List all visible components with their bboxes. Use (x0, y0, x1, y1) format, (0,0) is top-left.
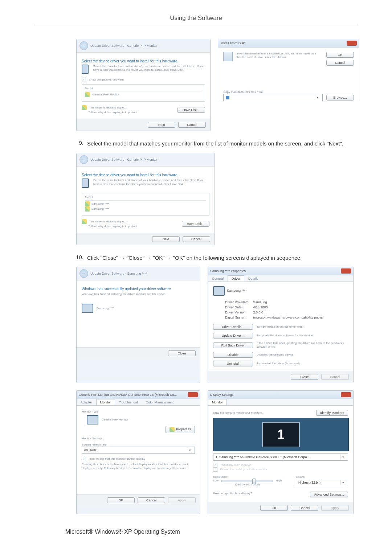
disable-text: Disables the selected device. (257, 353, 348, 357)
shield-icon (85, 206, 90, 212)
wizard-crumb: Update Driver Software - Samsung **** (90, 272, 147, 275)
show-compat-checkbox[interactable]: ✓ (82, 78, 86, 82)
browse-button[interactable]: Browse... (326, 95, 354, 100)
signing-link[interactable]: Tell me why driver signing is important (88, 225, 137, 228)
dialog-hint: Insert the manufacturer's installation d… (236, 52, 320, 66)
properties-button[interactable]: Properties (166, 426, 195, 433)
floppy-icon (223, 52, 233, 61)
chevron-down-icon: ▾ (315, 95, 320, 100)
refresh-label: Screen refresh rate: (82, 443, 195, 447)
tab-driver[interactable]: Driver (228, 275, 244, 282)
identify-monitors-button[interactable]: Identify Monitors (316, 410, 348, 416)
main-monitor-label: This is my main monitor (220, 463, 251, 467)
signed-text: This driver is digitally signed. (89, 106, 126, 109)
update-driver-text: To update the driver software for this d… (257, 334, 348, 337)
color-depth-select[interactable]: Highest (32 bit) ▾ (296, 479, 348, 486)
cancel-button[interactable]: Cancel (178, 122, 206, 128)
driver-info-table: Driver Provider:Samsung Driver Date:4/14… (224, 299, 324, 320)
resolution-value: 1280 by 1024 pixels (213, 483, 282, 487)
refresh-rate-select[interactable]: 60 Hertz ▾ (82, 447, 195, 454)
back-icon[interactable]: ← (79, 41, 88, 50)
rollback-driver-button[interactable]: Roll Back Driver (213, 342, 253, 348)
section-monitor-type: Monitor Type (82, 410, 195, 414)
shield-icon (85, 92, 90, 97)
wizard-header: Select the device driver you want to ins… (82, 173, 209, 177)
step-number: 9. (69, 140, 87, 148)
cancel-button[interactable]: Cancel (291, 505, 318, 511)
rollback-driver-text: If the device fails after updating the d… (257, 341, 348, 349)
monitor-preview[interactable]: 1 (213, 418, 349, 451)
dialog-title: Install From Disk (220, 41, 245, 45)
have-disk-button[interactable]: Have Disk... (177, 107, 205, 113)
extend-desktop-label: Extend the desktop onto this monitor (220, 468, 268, 471)
step-text: Select the model that matches your monit… (87, 140, 343, 148)
close-button[interactable]: Close (291, 374, 318, 380)
tab-details[interactable]: Details (244, 275, 262, 282)
monitor-1-icon[interactable]: 1 (262, 422, 300, 447)
shield-icon (170, 427, 175, 432)
signing-link[interactable]: Tell me why driver signing is important (88, 111, 137, 114)
uninstall-button[interactable]: Uninstall (213, 361, 253, 366)
driver-details-button[interactable]: Driver Details... (213, 324, 253, 330)
cancel-button[interactable]: Cancel (183, 236, 210, 242)
close-icon[interactable] (347, 41, 357, 46)
wizard-hint: Select the manufacturer and model of you… (93, 178, 209, 188)
wizard-hint: Windows has finished installing the driv… (82, 292, 195, 296)
ok-button[interactable]: OK (260, 505, 288, 511)
update-driver-button[interactable]: Update Driver... (213, 333, 253, 338)
best-display-link[interactable]: How do I get the best display? (213, 492, 252, 497)
disable-button[interactable]: Disable (213, 352, 253, 358)
cancel-button[interactable]: Cancel (138, 497, 165, 503)
advanced-settings-button[interactable]: Advanced Settings... (310, 492, 348, 497)
close-icon[interactable] (188, 392, 198, 397)
monitor-icon (213, 286, 225, 296)
uninstall-text: To uninstall the driver (Advanced). (257, 362, 348, 365)
slider-high: High (276, 479, 282, 483)
step-text: Click "Close" → "Close" → "OK" → "OK" on… (87, 254, 302, 262)
colors-label: Colors: (296, 475, 348, 479)
wizard-header: Windows has successfully updated your dr… (82, 287, 195, 291)
next-button[interactable]: Next (148, 122, 175, 128)
dialog-title: Generic PnP Monitor and NVIDIA GeForce 6… (79, 393, 177, 397)
extend-desktop-checkbox (213, 467, 217, 472)
wizard-crumb: Update Driver Software - Generic PnP Mon… (90, 158, 158, 161)
chevron-down-icon: ▾ (187, 448, 192, 453)
tab-monitor[interactable]: Monitor (208, 399, 227, 405)
wizard-hint: Select the manufacturer and model of you… (93, 65, 205, 74)
refresh-rate-value: 60 Hertz (84, 448, 97, 452)
monitor-type-value: Generic PnP Monitor (102, 418, 128, 422)
close-button[interactable]: Close (168, 350, 196, 356)
monitor-select[interactable]: 1. Samsung **** on NVIDIA GeForce 6600 L… (213, 454, 348, 461)
tab-monitor[interactable]: Monitor (96, 399, 115, 405)
close-icon[interactable] (341, 268, 351, 274)
monitor-icon (82, 304, 93, 313)
have-disk-button[interactable]: Have Disk... (182, 221, 209, 227)
model-item[interactable]: Generic PnP Monitor (93, 93, 119, 97)
shield-icon (82, 219, 87, 224)
cancel-button[interactable]: Cancel (326, 60, 354, 66)
tab-troubleshoot[interactable]: Troubleshoot (115, 399, 142, 405)
copy-from-select[interactable]: ▾ (223, 94, 323, 101)
tab-adapter[interactable]: Adapter (77, 399, 96, 405)
close-icon[interactable] (341, 392, 351, 397)
hide-modes-label: Hide modes that this monitor cannot disp… (89, 457, 145, 461)
dialog-install-from-disk: Install From Disk Insert the manufacture… (218, 39, 359, 101)
ok-button[interactable]: OK (107, 497, 135, 503)
monitor-icon (82, 178, 89, 188)
next-button[interactable]: Next (152, 236, 180, 242)
back-icon[interactable]: ← (79, 155, 88, 164)
drag-hint: Drag the icons to match your monitors. (213, 411, 263, 415)
os-footer-line: Microsoft® Windows® XP Operating System (65, 529, 359, 535)
monitor-properties: Generic PnP Monitor and NVIDIA GeForce 6… (76, 390, 200, 514)
model-item[interactable]: Samsung **** (91, 202, 109, 205)
shield-icon (82, 105, 87, 110)
resolution-slider[interactable] (221, 480, 273, 482)
tab-general[interactable]: General (208, 275, 228, 282)
ok-button[interactable]: OK (326, 52, 354, 58)
hide-modes-checkbox[interactable]: ✓ (82, 457, 86, 461)
signed-text: This driver is digitally signed. (89, 220, 126, 223)
model-item[interactable]: Samsung **** (91, 207, 109, 210)
back-icon[interactable]: ← (79, 269, 88, 278)
tab-color-management[interactable]: Color Management (142, 399, 178, 405)
shield-icon (85, 201, 90, 206)
